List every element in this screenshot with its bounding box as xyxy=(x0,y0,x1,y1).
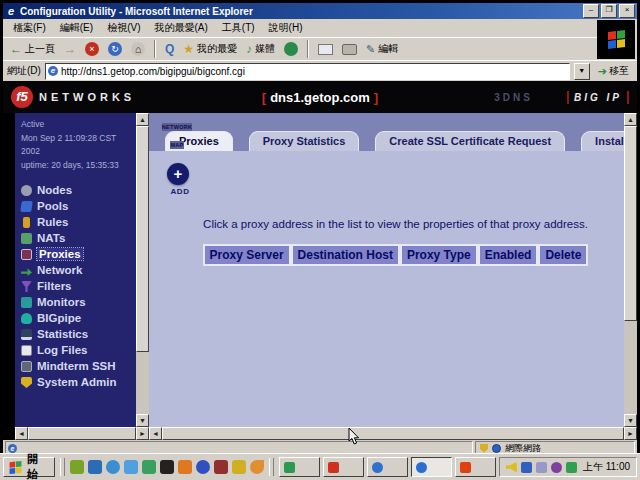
tray-icon[interactable] xyxy=(536,462,547,473)
mouse-cursor xyxy=(348,428,360,450)
address-dropdown-button[interactable]: ▼ xyxy=(574,63,590,80)
scroll-down-icon[interactable]: ▼ xyxy=(136,414,149,427)
tab-create-ssl-certificate-request[interactable]: Create SSL Certificate Request xyxy=(375,131,565,151)
taskbar-window-button[interactable] xyxy=(455,457,496,477)
quicklaunch-icon[interactable] xyxy=(142,460,156,474)
minimize-button[interactable]: – xyxy=(583,4,599,18)
home-button[interactable]: ⌂ xyxy=(128,40,148,58)
sidebar-item-system-admin[interactable]: System Admin xyxy=(21,374,136,390)
main-horizontal-scrollbar[interactable]: ◄ ► xyxy=(149,427,637,440)
quicklaunch-icon[interactable] xyxy=(70,460,84,474)
close-button[interactable]: × xyxy=(619,4,635,18)
sidebar-item-filters[interactable]: Filters xyxy=(21,278,136,294)
taskbar-clock[interactable]: 上午 11:00 xyxy=(583,460,630,474)
refresh-icon: ↻ xyxy=(108,42,122,56)
search-button[interactable]: Q xyxy=(162,40,177,58)
history-button[interactable] xyxy=(281,40,301,58)
hostname: dns1.getop.com xyxy=(266,90,374,105)
sidebar-item-bigpipe[interactable]: BIGpipe xyxy=(21,310,136,326)
search-icon: Q xyxy=(165,42,174,56)
sidebar-horizontal-scrollbar[interactable]: ◄ ► xyxy=(15,427,149,440)
quicklaunch-icon[interactable] xyxy=(160,460,174,474)
ie-app-icon: e xyxy=(5,5,17,17)
taskbar-window-button-active[interactable] xyxy=(411,457,452,477)
quicklaunch-icon[interactable] xyxy=(196,460,210,474)
taskbar-window-button[interactable] xyxy=(323,457,364,477)
title-bar[interactable]: e Configuration Utility - Microsoft Inte… xyxy=(3,3,637,19)
start-button[interactable]: 開始 xyxy=(3,457,55,477)
scrollbar-thumb[interactable] xyxy=(162,427,624,440)
address-input[interactable]: e http://dns1.getop.com/bigipgui/bigconf… xyxy=(45,63,570,80)
scroll-left-icon[interactable]: ◄ xyxy=(149,427,162,440)
mail-icon xyxy=(318,44,333,55)
tray-icon[interactable] xyxy=(551,462,562,473)
scroll-left-icon[interactable]: ◄ xyxy=(15,427,28,440)
home-icon: ⌂ xyxy=(131,42,145,56)
sidebar-item-log-files[interactable]: Log Files xyxy=(21,342,136,358)
quicklaunch-icon[interactable] xyxy=(88,460,102,474)
menu-favorites[interactable]: 我的最愛(A) xyxy=(148,19,213,37)
quicklaunch-icon[interactable] xyxy=(178,460,192,474)
system-admin-icon xyxy=(21,377,32,388)
sidebar-item-nodes[interactable]: Nodes xyxy=(21,182,136,198)
main-vertical-scrollbar[interactable]: ▲ ▼ xyxy=(624,113,637,427)
network-map-button[interactable]: NETWORK MAP xyxy=(155,115,199,151)
scroll-right-icon[interactable]: ► xyxy=(136,427,149,440)
taskbar-window-button[interactable] xyxy=(279,457,320,477)
scrollbar-thumb[interactable] xyxy=(624,126,637,321)
sidebar-item-nats[interactable]: NATs xyxy=(21,230,136,246)
column-destination-host[interactable]: Destination Host xyxy=(291,244,400,266)
column-enabled[interactable]: Enabled xyxy=(478,244,539,266)
favorites-button[interactable]: ★ 我的最愛 xyxy=(180,40,240,58)
column-delete[interactable]: Delete xyxy=(538,244,588,266)
scrollbar-thumb[interactable] xyxy=(28,427,136,440)
forward-button[interactable]: → xyxy=(61,40,79,58)
print-button[interactable] xyxy=(339,42,360,57)
scroll-down-icon[interactable]: ▼ xyxy=(624,414,637,427)
mail-button[interactable] xyxy=(315,42,336,57)
sidebar-item-pools[interactable]: Pools xyxy=(21,198,136,214)
menu-file[interactable]: 檔案(F) xyxy=(7,19,52,37)
menu-edit[interactable]: 編輯(E) xyxy=(54,19,99,37)
menu-help[interactable]: 說明(H) xyxy=(263,19,309,37)
scroll-up-icon[interactable]: ▲ xyxy=(136,113,149,126)
scroll-up-icon[interactable]: ▲ xyxy=(624,113,637,126)
quicklaunch-icon[interactable] xyxy=(106,460,120,474)
go-button[interactable]: ➔ 移至 xyxy=(594,63,633,79)
f5-brand-header: f5 NETWORKS [dns1.getop.com] 3DNS BIG IP xyxy=(3,81,637,113)
toolbar-separator xyxy=(307,40,309,58)
refresh-button[interactable]: ↻ xyxy=(105,40,125,58)
3dns-label: 3DNS xyxy=(494,92,533,103)
sidebar-item-mindterm-ssh[interactable]: Mindterm SSH xyxy=(21,358,136,374)
column-proxy-server[interactable]: Proxy Server xyxy=(203,244,291,266)
add-proxy-button[interactable]: + ADD xyxy=(167,163,193,196)
scroll-right-icon[interactable]: ► xyxy=(624,427,637,440)
column-proxy-type[interactable]: Proxy Type xyxy=(400,244,478,266)
status-datetime: Mon Sep 2 11:09:28 CST 2002 xyxy=(21,132,136,159)
tray-icon[interactable] xyxy=(566,462,577,473)
menu-tools[interactable]: 工具(T) xyxy=(216,19,261,37)
sidebar-item-monitors[interactable]: Monitors xyxy=(21,294,136,310)
media-button[interactable]: ♪ 媒體 xyxy=(243,40,278,58)
sidebar-item-rules[interactable]: Rules xyxy=(21,214,136,230)
maximize-button[interactable]: ❐ xyxy=(601,4,617,18)
favorites-icon: ★ xyxy=(183,42,194,56)
scrollbar-thumb[interactable] xyxy=(136,126,149,352)
edit-button[interactable]: ✎ 編輯 xyxy=(363,40,401,58)
menu-view[interactable]: 檢視(V) xyxy=(101,19,146,37)
sidebar-item-proxies[interactable]: Proxies xyxy=(21,246,136,262)
back-button[interactable]: ← 上一頁 xyxy=(7,40,58,58)
tab-proxy-statistics[interactable]: Proxy Statistics xyxy=(249,131,360,151)
sidebar-item-network[interactable]: Network xyxy=(21,262,136,278)
quicklaunch-icon[interactable] xyxy=(232,460,246,474)
quicklaunch-icon[interactable] xyxy=(214,460,228,474)
tab-install-ssl-certificate[interactable]: Install SSL Certif xyxy=(581,131,624,151)
quicklaunch-icon[interactable] xyxy=(124,460,138,474)
taskbar-window-button[interactable] xyxy=(367,457,408,477)
sidebar-vertical-scrollbar[interactable]: ▲ ▼ xyxy=(136,113,149,427)
tray-icon[interactable] xyxy=(521,462,532,473)
volume-icon[interactable] xyxy=(506,462,517,473)
stop-button[interactable]: × xyxy=(82,40,102,58)
sidebar-item-statistics[interactable]: Statistics xyxy=(21,326,136,342)
quicklaunch-icon[interactable] xyxy=(250,460,264,474)
